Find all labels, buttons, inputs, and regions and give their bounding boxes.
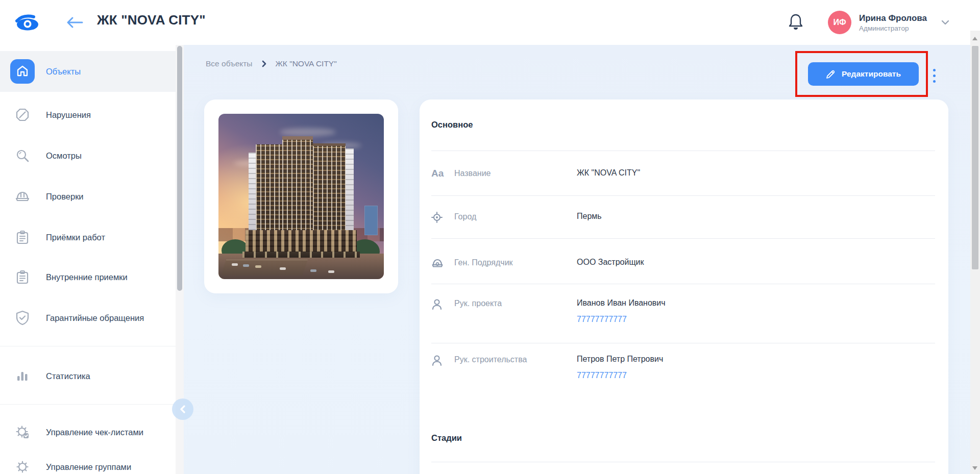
phone-link[interactable]: 77777777777 (577, 370, 663, 381)
section-title-main: Основное (431, 120, 473, 130)
divider (431, 151, 935, 151)
sidebar-nav: Объекты Нарушения Осмотры Проверки Приём… (0, 45, 184, 474)
user-role: Администратор (859, 24, 927, 33)
kebab-menu-icon[interactable] (930, 65, 938, 86)
field-label: Название (454, 168, 577, 178)
sidebar-item-label: Приёмки работ (46, 233, 105, 242)
divider (431, 343, 935, 343)
sidebar-item-statistics[interactable]: Статистика (0, 356, 184, 396)
field-value: ЖК "NOVA CITY" (577, 168, 640, 178)
sidebar-item-objects[interactable]: Объекты (0, 51, 184, 92)
sidebar-item-label: Управление чек-листами (46, 428, 143, 437)
field-label: Город (454, 211, 577, 221)
text-icon: Aa (431, 168, 454, 179)
bar-chart-icon (10, 364, 35, 388)
notifications-bell-icon[interactable] (788, 13, 804, 31)
app-header: ЖК "NOVA CITY" ИФ Ирина Фролова Админист… (0, 0, 980, 45)
divider (431, 195, 935, 196)
gear-icon (10, 455, 35, 474)
sidebar-divider (0, 346, 184, 346)
sidebar-item-label: Проверки (46, 192, 84, 202)
field-label: Ген. Подрядчик (454, 257, 577, 267)
sidebar-item-work-acceptance[interactable]: Приёмки работ (0, 217, 184, 258)
object-details-card: Основное Aa Название ЖК "NOVA CITY" Горо… (420, 99, 948, 474)
sidebar-item-internal-acceptance[interactable]: Внутренние приемки (0, 257, 184, 297)
sidebar-divider (0, 404, 184, 405)
manager-name: Иванов Иван Иванович (577, 298, 666, 307)
scroll-up-arrow-icon[interactable] (972, 37, 977, 40)
page-scrollbar[interactable] (970, 31, 980, 474)
edit-button[interactable]: Редактировать (808, 62, 919, 86)
sidebar-item-label: Нарушения (46, 110, 91, 120)
object-photo-card (204, 99, 398, 293)
building-photo (218, 114, 384, 279)
field-row-construction-manager: Рук. строительства Петров Петр Петрович … (431, 354, 937, 381)
section-title-stages: Стадии (431, 433, 462, 443)
sidebar-item-label: Осмотры (46, 151, 82, 161)
breadcrumb: Все объекты ЖК "NOVA CITY" (206, 59, 337, 68)
helmet-icon (431, 257, 454, 271)
clipboard-icon (10, 265, 35, 289)
sidebar-item-label: Статистика (46, 371, 90, 381)
sidebar-scrollbar-thumb[interactable] (177, 46, 182, 291)
sidebar-item-warranty[interactable]: Гарантийные обращения (0, 297, 184, 338)
person-icon (431, 298, 454, 313)
gear-check-icon (10, 420, 35, 444)
person-icon (431, 354, 454, 369)
divider (431, 284, 935, 284)
clipboard-icon (10, 225, 35, 250)
sidebar-item-label: Гарантийные обращения (46, 313, 144, 323)
magnifier-icon (10, 143, 35, 168)
back-arrow-icon[interactable] (65, 15, 84, 30)
app-logo-eye-icon[interactable] (14, 13, 41, 32)
field-label: Рук. проекта (454, 298, 577, 308)
sidebar-item-violations[interactable]: Нарушения (0, 94, 184, 135)
content-area: Все объекты ЖК "NOVA CITY" Редактировать (184, 45, 970, 474)
pencil-icon (826, 69, 836, 79)
sidebar-item-label: Объекты (46, 67, 81, 77)
field-value: Пермь (577, 211, 602, 221)
sidebar-item-checks[interactable]: Проверки (0, 176, 184, 217)
chevron-down-icon (941, 18, 949, 27)
user-name: Ирина Фролова (859, 13, 927, 24)
breadcrumb-current: ЖК "NOVA CITY" (276, 59, 337, 68)
location-icon (431, 211, 454, 225)
page-scrollbar-thumb[interactable] (972, 46, 978, 269)
field-label: Рук. строительства (454, 354, 577, 364)
helmet-icon (10, 184, 35, 209)
field-value: Иванов Иван Иванович 77777777777 (577, 298, 666, 325)
chevron-right-icon (262, 60, 266, 67)
user-menu[interactable]: ИФ Ирина Фролова Администратор (828, 9, 949, 36)
field-row-name: Aa Название ЖК "NOVA CITY" (431, 168, 937, 179)
avatar: ИФ (828, 11, 851, 34)
manager-name: Петров Петр Петрович (577, 355, 663, 363)
field-row-project-manager: Рук. проекта Иванов Иван Иванович 777777… (431, 298, 937, 325)
shield-check-icon (10, 306, 35, 330)
divider (431, 462, 935, 462)
field-value: ООО Застройщик (577, 257, 644, 267)
field-row-contractor: Ген. Подрядчик ООО Застройщик (431, 257, 937, 271)
sidebar-item-label: Управление группами (46, 462, 131, 472)
phone-link[interactable]: 77777777777 (577, 314, 666, 325)
sidebar-item-label: Внутренние приемки (46, 272, 128, 282)
page-title: ЖК "NOVA CITY" (97, 12, 206, 28)
scroll-down-arrow-icon[interactable] (972, 466, 977, 470)
prohibition-icon (10, 103, 35, 127)
field-row-city: Город Пермь (431, 211, 937, 225)
field-value: Петров Петр Петрович 77777777777 (577, 354, 663, 381)
divider (431, 238, 935, 239)
sidebar-item-group-management[interactable]: Управление группами (0, 446, 184, 474)
edit-button-label: Редактировать (842, 69, 901, 79)
sidebar-item-inspections[interactable]: Осмотры (0, 135, 184, 176)
sidebar-collapse-toggle[interactable] (172, 398, 193, 420)
breadcrumb-all-objects-link[interactable]: Все объекты (206, 59, 253, 68)
house-icon (10, 59, 35, 84)
